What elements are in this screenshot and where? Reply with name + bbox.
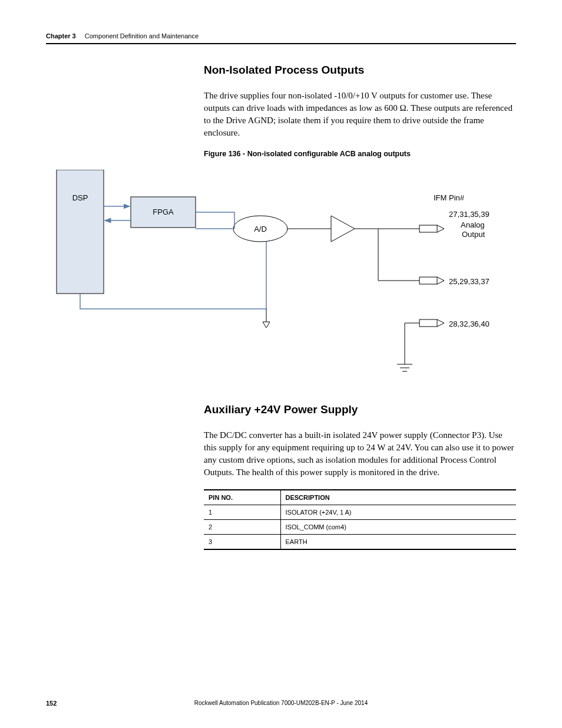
fpga-label: FPGA [153, 207, 174, 216]
pin-box-3 [419, 319, 437, 327]
table-row: 1 ISOLATOR (+24V, 1 A) [204, 505, 516, 520]
paragraph-aux-24v: The DC/DC converter has a built-in isola… [204, 429, 516, 479]
figure-diagram: DSP FPGA A/D IFM Pin# 27,31,35,39 Analog… [48, 170, 514, 388]
ifm-label: IFM Pin# [434, 193, 465, 202]
feedback-path [80, 242, 266, 309]
cell-desc: EARTH [280, 535, 516, 550]
chapter-title: Component Definition and Maintenance [85, 32, 199, 39]
ad-label: A/D [254, 225, 267, 233]
pins-1-label-b: Output [462, 230, 485, 239]
pins-2: 25,29,33,37 [449, 277, 490, 286]
paragraph-non-isolated: The drive supplies four non-isolated -10… [204, 90, 516, 139]
page-footer: 152 Rockwell Automation Publication 7000… [46, 700, 516, 707]
figure-caption: Figure 136 - Non-isolated configurable A… [204, 150, 516, 158]
dsp-label: DSP [72, 193, 88, 202]
table-row: 2 ISOL_COMM (com4) [204, 520, 516, 535]
table-row: 3 EARTH [204, 535, 516, 550]
pins-1-label-a: Analog [461, 220, 484, 229]
pin-table: PIN NO. DESCRIPTION 1 ISOLATOR (+24V, 1 … [204, 489, 516, 550]
pins-1: 27,31,35,39 [449, 210, 490, 219]
cell-pin: 3 [204, 535, 280, 550]
pins-3: 28,32,36,40 [449, 319, 490, 328]
dsp-box [57, 170, 104, 294]
amp-icon [331, 216, 355, 242]
section-aux-24v: Auxiliary +24V Power Supply The DC/DC co… [204, 403, 516, 550]
heading-non-isolated: Non-Isolated Process Outputs [204, 64, 516, 77]
pin-box-2 [419, 277, 437, 284]
pin-box-1 [419, 225, 437, 232]
gnd-arrow-icon [263, 322, 270, 328]
cell-desc: ISOLATOR (+24V, 1 A) [280, 505, 516, 520]
page-header: Chapter 3 Component Definition and Maint… [46, 32, 516, 44]
publication-id: Rockwell Automation Publication 7000-UM2… [46, 700, 516, 706]
chapter-label: Chapter 3 [46, 32, 76, 39]
pin-arrow-1 [437, 225, 444, 232]
pin-arrow-3 [437, 319, 444, 327]
cell-pin: 2 [204, 520, 280, 535]
heading-aux-24v: Auxiliary +24V Power Supply [204, 403, 516, 416]
cell-desc: ISOL_COMM (com4) [280, 520, 516, 535]
pin-arrow-2 [437, 277, 444, 284]
table-header-desc: DESCRIPTION [280, 490, 516, 505]
cell-pin: 1 [204, 505, 280, 520]
table-header-pin: PIN NO. [204, 490, 280, 505]
section-non-isolated: Non-Isolated Process Outputs The drive s… [204, 64, 516, 164]
